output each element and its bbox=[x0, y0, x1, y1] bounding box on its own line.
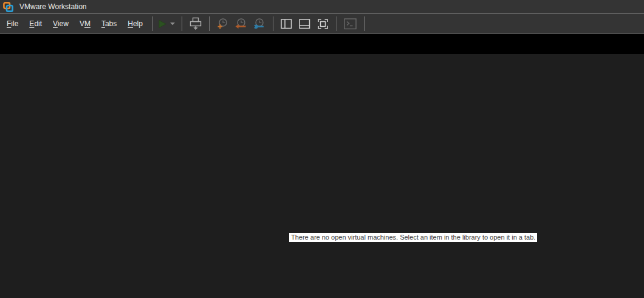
open-console-button[interactable] bbox=[341, 16, 360, 32]
play-icon bbox=[157, 19, 168, 29]
manage-snapshots-button[interactable] bbox=[250, 16, 269, 32]
menu-help[interactable]: Help bbox=[122, 19, 148, 28]
show-library-button[interactable] bbox=[278, 16, 296, 32]
snapshot-add-icon bbox=[216, 18, 229, 30]
menu-vm[interactable]: VM bbox=[74, 19, 96, 28]
full-screen-icon bbox=[317, 18, 329, 30]
split-vertical-icon bbox=[281, 19, 292, 29]
power-on-button[interactable] bbox=[157, 16, 168, 32]
toolbar-separator bbox=[273, 16, 273, 31]
console-icon bbox=[344, 18, 357, 30]
vmware-workstation-window: VMware Workstation File Edit View VM Tab… bbox=[0, 0, 644, 298]
vmware-logo-icon bbox=[3, 2, 13, 12]
power-options-dropdown-button[interactable] bbox=[168, 16, 177, 32]
toolbar-separator bbox=[209, 16, 210, 31]
no-open-vms-message: There are no open virtual machines. Sele… bbox=[289, 233, 537, 242]
menu-file[interactable]: File bbox=[1, 19, 24, 28]
menu-toolbar-row: File Edit View VM Tabs Help bbox=[0, 14, 644, 34]
send-ctrl-alt-del-button[interactable] bbox=[187, 16, 205, 32]
show-thumbnail-bar-button[interactable] bbox=[296, 16, 314, 32]
toolbar-separator bbox=[364, 16, 365, 31]
menu-view[interactable]: View bbox=[47, 19, 74, 28]
tab-strip bbox=[0, 34, 644, 54]
chevron-down-icon bbox=[170, 22, 176, 26]
ctrl-alt-del-icon bbox=[188, 16, 203, 31]
titlebar: VMware Workstation bbox=[0, 0, 644, 14]
snapshot-revert-icon bbox=[235, 18, 247, 30]
menu-edit[interactable]: Edit bbox=[24, 19, 47, 28]
snapshot-manage-icon bbox=[253, 18, 265, 30]
toolbar-separator bbox=[337, 16, 337, 31]
split-horizontal-icon bbox=[299, 19, 310, 29]
menu-tabs[interactable]: Tabs bbox=[96, 19, 122, 28]
window-title: VMware Workstation bbox=[19, 2, 86, 11]
toolbar-separator bbox=[182, 16, 182, 31]
vm-content-area: There are no open virtual machines. Sele… bbox=[0, 54, 644, 298]
revert-snapshot-button[interactable] bbox=[232, 16, 250, 32]
toolbar-separator bbox=[152, 16, 153, 31]
enter-full-screen-button[interactable] bbox=[314, 16, 332, 32]
take-snapshot-button[interactable] bbox=[214, 16, 232, 32]
